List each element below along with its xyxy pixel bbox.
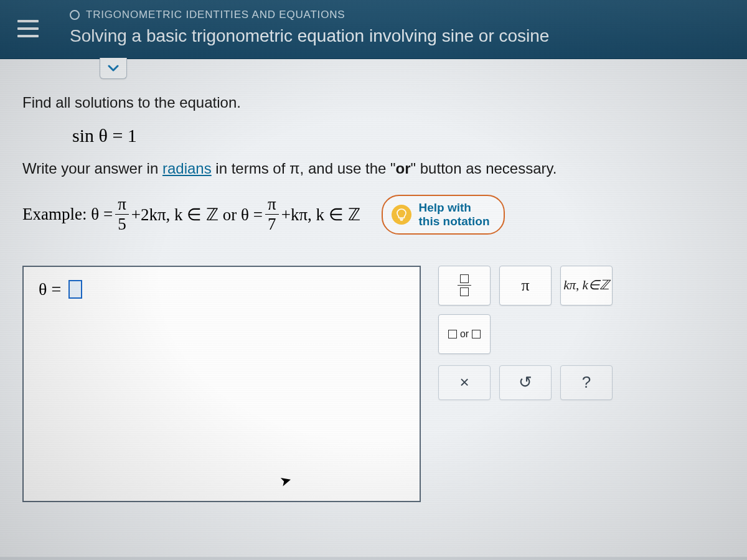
example-frac1: π 5 <box>115 196 129 233</box>
equation-rhs: 1 <box>128 125 137 146</box>
instruction: Find all solutions to the equation. <box>22 59 725 111</box>
radians-link[interactable]: radians <box>162 160 212 177</box>
help-line2: this notation <box>419 215 490 228</box>
help-notation-button[interactable]: Help with this notation <box>382 195 505 235</box>
equation: sin θ = 1 <box>72 125 725 146</box>
tool-panel: π kπ, k∈ℤ or × ↺ ? <box>438 266 625 400</box>
frac1-num: π <box>115 196 129 215</box>
category-label: TRIGONOMETRIC IDENTITIES AND EQUATIONS <box>86 9 345 21</box>
example-label: Example: θ = <box>22 205 113 224</box>
category-row: TRIGONOMETRIC IDENTITIES AND EQUATIONS <box>70 9 549 21</box>
example-part2: +kπ, k ∈ ℤ <box>281 205 360 225</box>
menu-icon[interactable] <box>17 20 39 37</box>
example-frac2: π 7 <box>265 196 279 233</box>
help-text: Help with this notation <box>419 201 490 228</box>
or-word: or <box>396 160 411 177</box>
frac1-den: 5 <box>115 215 129 233</box>
content: Find all solutions to the equation. sin … <box>0 59 747 557</box>
help-button[interactable]: ? <box>560 365 613 400</box>
example-part1: +2kπ, k ∈ ℤ or θ = <box>131 205 263 225</box>
instr2-pre: Write your answer in <box>22 160 162 177</box>
answer-placeholder[interactable] <box>68 280 82 299</box>
clear-button[interactable]: × <box>438 365 491 400</box>
theta-equation: θ = <box>39 279 405 299</box>
theta-prefix: θ = <box>39 279 61 299</box>
kpi-z-button[interactable]: kπ, k∈ℤ <box>560 266 613 306</box>
example-row: Example: θ = π 5 +2kπ, k ∈ ℤ or θ = π 7 … <box>22 195 725 235</box>
radio-icon <box>70 10 80 20</box>
undo-button[interactable]: ↺ <box>499 365 552 400</box>
help-line1: Help with <box>419 201 490 215</box>
work-row: θ = π kπ, k∈ℤ or <box>22 266 725 502</box>
chevron-down-icon <box>108 65 119 72</box>
page-title: Solving a basic trigonometric equation i… <box>70 26 549 46</box>
or-label: or <box>460 329 469 340</box>
instruction2: Write your answer in radians in terms of… <box>22 160 725 177</box>
instr2-mid: in terms of π, and use the " <box>212 160 396 177</box>
control-row: × ↺ ? <box>438 365 625 400</box>
answer-box[interactable]: θ = <box>22 266 421 502</box>
frac2-den: 7 <box>265 215 279 233</box>
or-button[interactable]: or <box>438 314 491 354</box>
equation-lhs: sin θ <box>72 125 108 146</box>
header-text: TRIGONOMETRIC IDENTITIES AND EQUATIONS S… <box>70 9 549 46</box>
instr2-post: " button as necessary. <box>411 160 557 177</box>
dropdown-tab[interactable] <box>100 58 127 79</box>
fraction-button[interactable] <box>438 266 491 306</box>
tool-grid: π kπ, k∈ℤ or <box>438 266 625 354</box>
frac2-num: π <box>265 196 279 215</box>
example-text: Example: θ = π 5 +2kπ, k ∈ ℤ or θ = π 7 … <box>22 196 360 233</box>
pi-button[interactable]: π <box>499 266 552 306</box>
lightbulb-icon <box>392 205 411 225</box>
header: TRIGONOMETRIC IDENTITIES AND EQUATIONS S… <box>0 0 747 59</box>
